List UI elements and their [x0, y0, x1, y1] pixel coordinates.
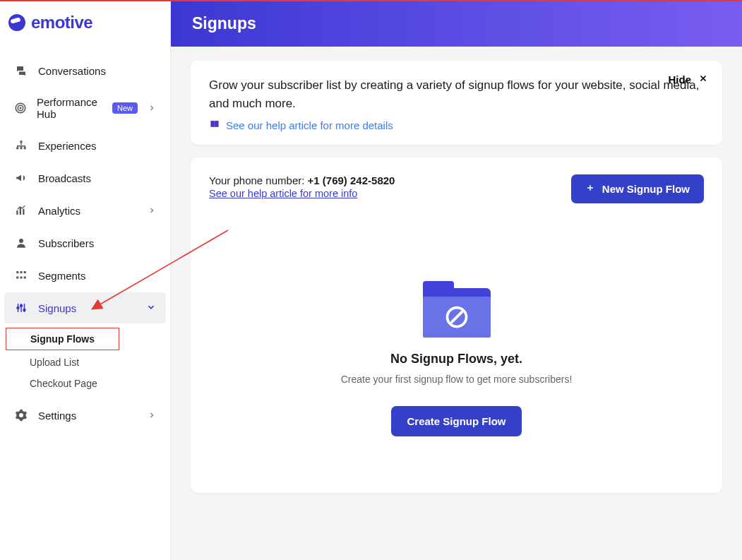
banner-help-link[interactable]: See our help article for more details: [226, 119, 393, 131]
nav-subscribers[interactable]: Subscribers: [4, 227, 166, 258]
phone-label: Your phone number:: [209, 174, 308, 186]
info-banner: Grow your subscriber list by creating a …: [191, 61, 722, 145]
plus-icon: [585, 183, 595, 195]
nav-segments[interactable]: Segments: [4, 260, 166, 291]
banner-link-row: See our help article for more details: [209, 119, 704, 132]
svg-rect-3: [20, 141, 23, 143]
nav-label: Broadcasts: [38, 172, 91, 184]
signups-subnav: Signup Flows Upload List Checkout Page: [0, 325, 170, 394]
new-badge: New: [112, 102, 138, 114]
svg-point-18: [20, 305, 23, 307]
svg-rect-5: [20, 147, 23, 149]
nav-signups[interactable]: Signups: [4, 292, 166, 323]
svg-rect-16: [24, 277, 26, 279]
phone-help-link[interactable]: See our help article for more info: [209, 188, 357, 199]
nav-label: Conversations: [38, 65, 106, 77]
hide-banner-button[interactable]: Hide: [668, 73, 708, 85]
megaphone-icon: [14, 171, 28, 185]
logo-icon: [8, 14, 25, 31]
svg-point-19: [23, 309, 25, 311]
panel-top: Your phone number: +1 (769) 242-5820 See…: [209, 174, 704, 203]
user-icon: [14, 236, 28, 250]
create-signup-flow-button[interactable]: Create Signup Flow: [391, 406, 521, 436]
svg-point-2: [20, 107, 21, 109]
logo-text: emotive: [31, 13, 92, 32]
chevron-right-icon: [148, 102, 156, 114]
svg-point-10: [19, 239, 23, 243]
nav-broadcasts[interactable]: Broadcasts: [4, 162, 166, 193]
new-signup-flow-button[interactable]: New Signup Flow: [571, 174, 704, 203]
svg-rect-12: [20, 271, 23, 273]
chart-icon: [14, 203, 28, 218]
svg-rect-15: [20, 277, 23, 279]
svg-rect-8: [20, 208, 21, 215]
chevron-right-icon: [148, 410, 156, 422]
nav-settings[interactable]: Settings: [4, 400, 166, 431]
button-label: New Signup Flow: [602, 183, 690, 195]
phone-number: +1 (769) 242-5820: [308, 174, 395, 186]
svg-point-17: [17, 307, 19, 309]
chevron-down-icon: [146, 302, 156, 314]
logo[interactable]: emotive: [0, 0, 170, 47]
nav: Conversations Performance Hub New Experi…: [0, 47, 170, 431]
main: Signups Grow your subscriber list by cre…: [171, 0, 742, 560]
hierarchy-icon: [14, 138, 28, 153]
nav-label: Experiences: [38, 140, 97, 152]
svg-rect-6: [24, 147, 26, 149]
nav-conversations[interactable]: Conversations: [4, 55, 166, 86]
svg-rect-11: [16, 271, 18, 273]
book-icon: [209, 119, 220, 132]
nav-performance-hub[interactable]: Performance Hub New: [4, 88, 166, 129]
subnav-signup-flows[interactable]: Signup Flows: [6, 328, 119, 350]
subnav-checkout-page[interactable]: Checkout Page: [30, 373, 170, 394]
nav-label: Settings: [38, 410, 76, 422]
signup-panel: Your phone number: +1 (769) 242-5820 See…: [191, 157, 722, 493]
page-title: Signups: [192, 14, 256, 33]
top-red-line: [0, 0, 742, 1]
phone-block: Your phone number: +1 (769) 242-5820 See…: [209, 174, 395, 200]
target-icon: [14, 101, 27, 115]
svg-rect-13: [24, 271, 26, 273]
grid-icon: [14, 268, 28, 282]
empty-folder-icon: [423, 281, 491, 336]
svg-rect-9: [23, 209, 24, 215]
nav-analytics[interactable]: Analytics: [4, 195, 166, 226]
nav-label: Performance Hub: [37, 96, 101, 120]
banner-text: Grow your subscriber list by creating a …: [209, 76, 704, 114]
empty-subtitle: Create your first signup flow to get mor…: [341, 374, 573, 385]
hide-label: Hide: [668, 73, 691, 85]
chat-icon: [14, 64, 28, 78]
svg-rect-4: [16, 147, 18, 149]
phone-line: Your phone number: +1 (769) 242-5820: [209, 174, 395, 186]
nav-label: Segments: [38, 270, 86, 282]
sidebar: emotive Conversations Performance Hub Ne…: [0, 0, 171, 560]
empty-state: No Signup Flows, yet. Create your first …: [209, 281, 704, 436]
page-header: Signups: [171, 0, 742, 47]
sliders-icon: [14, 301, 28, 315]
nav-label: Analytics: [38, 205, 80, 217]
nav-label: Subscribers: [38, 237, 94, 249]
nav-experiences[interactable]: Experiences: [4, 130, 166, 161]
nav-label: Signups: [38, 302, 76, 314]
chevron-right-icon: [148, 205, 156, 217]
subnav-upload-list[interactable]: Upload List: [30, 352, 170, 373]
svg-rect-7: [16, 210, 18, 215]
svg-rect-14: [16, 277, 18, 279]
content: Grow your subscriber list by creating a …: [171, 47, 742, 520]
close-icon: [698, 73, 708, 85]
empty-title: No Signup Flows, yet.: [390, 352, 522, 367]
gear-icon: [14, 408, 28, 422]
